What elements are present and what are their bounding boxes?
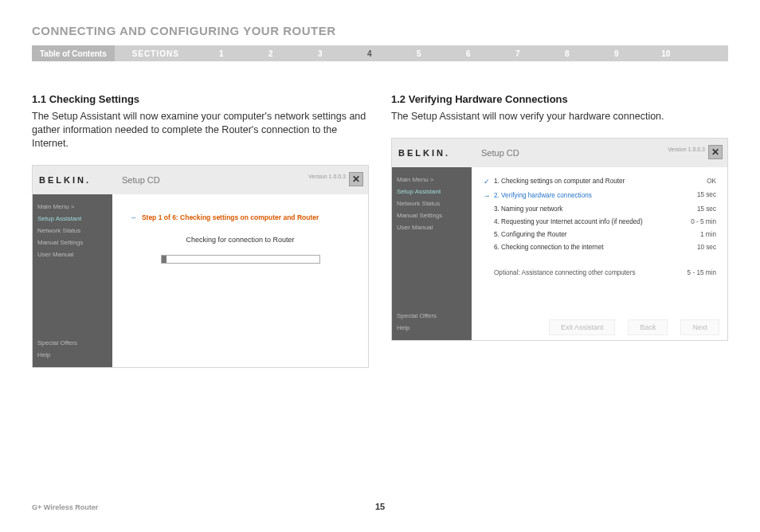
app-header-title: Setup CD [122, 175, 160, 185]
step-label: 4. Requesting your Internet account info… [494, 217, 643, 227]
section-link-7[interactable]: 7 [493, 49, 543, 58]
brand-logo: BELKIN. [39, 175, 112, 185]
screenshot-verifying-connections: BELKIN. Setup CD Version 1.0.0.3 ✕ Main … [391, 138, 728, 341]
step-mark-icon: ✓ [483, 177, 491, 187]
sidebar-item-user-manual[interactable]: User Manual [37, 251, 108, 258]
sidebar-item-network-status[interactable]: Network Status [37, 227, 108, 234]
step-label: 6. Checking connection to the internet [494, 243, 603, 252]
step-time: 15 sec [697, 205, 716, 214]
back-button[interactable]: Back [628, 319, 668, 335]
page-title: CONNECTING AND CONFIGURING YOUR ROUTER [32, 24, 728, 37]
section-link-2[interactable]: 2 [246, 49, 296, 58]
arrow-right-icon: → [130, 213, 137, 221]
section-link-1[interactable]: 1 [197, 49, 246, 58]
exit-assistant-button[interactable]: Exit Assistant [549, 319, 616, 335]
sections-navbar: Table of Contents SECTIONS 12345678910 [32, 45, 728, 61]
step-row: ✓1. Checking settings on computer and Ro… [483, 175, 716, 189]
steps-list: ✓1. Checking settings on computer and Ro… [483, 175, 716, 280]
page-number: 15 [375, 502, 385, 511]
step-header-text: Step 1 of 6: Checking settings on comput… [142, 213, 319, 221]
step-time: 1 min [700, 230, 716, 240]
close-icon[interactable]: ✕ [349, 172, 363, 186]
sidebar-item-manual-settings[interactable]: Manual Settings [37, 239, 108, 246]
step-time: 10 sec [697, 243, 716, 252]
step-row: 5. Configuring the Router1 min [483, 229, 716, 241]
app-header: BELKIN. Setup CD Version 1.0.0.3 ✕ [392, 139, 727, 167]
section-1-2-body: The Setup Assistant will now verify your… [391, 110, 728, 123]
step-label: 1. Checking settings on computer and Rou… [494, 177, 625, 186]
app-header: BELKIN. Setup CD Version 1.0.0.3 ✕ [33, 166, 368, 194]
step-row: →2. Verifying hardware connections15 sec [483, 189, 716, 204]
step-time: 0 - 5 min [691, 217, 716, 227]
section-link-4[interactable]: 4 [345, 49, 394, 58]
sidebar-item-setup-assistant[interactable]: Setup Assistant [37, 215, 108, 222]
sidebar-item-main-menu[interactable]: Main Menu > [37, 203, 108, 210]
close-icon[interactable]: ✕ [708, 145, 723, 159]
brand-logo: BELKIN. [398, 148, 472, 158]
step-label: 2. Verifying hardware connections [494, 191, 592, 201]
app-header-title: Setup CD [481, 148, 519, 158]
sidebar-item-network-status[interactable]: Network Status [397, 200, 467, 207]
step-label: 3. Naming your network [494, 205, 562, 214]
sidebar-item-help[interactable]: Help [397, 324, 467, 331]
sections-label: SECTIONS [115, 49, 197, 58]
progress-fill [162, 256, 166, 263]
progress-bar [161, 255, 320, 264]
checking-message: Checking for connection to Router [123, 236, 357, 244]
section-link-5[interactable]: 5 [394, 49, 444, 58]
step-mark-icon: → [483, 190, 491, 202]
step-header: → Step 1 of 6: Checking settings on comp… [130, 213, 357, 221]
section-1-2-heading: 1.2 Verifying Hardware Connections [391, 93, 728, 105]
section-link-9[interactable]: 9 [592, 49, 641, 58]
section-link-8[interactable]: 8 [543, 49, 592, 58]
sidebar-item-special-offers[interactable]: Special Offers [37, 339, 108, 346]
step-label: 5. Configuring the Router [494, 230, 566, 240]
section-1-1-heading: 1.1 Checking Settings [32, 93, 369, 105]
step-row: 4. Requesting your Internet account info… [483, 216, 716, 229]
app-version: Version 1.0.0.3 [308, 174, 346, 179]
sidebar-item-special-offers[interactable]: Special Offers [397, 312, 467, 319]
sidebar-item-manual-settings[interactable]: Manual Settings [397, 212, 467, 219]
toc-link[interactable]: Table of Contents [32, 45, 115, 61]
app-sidebar: Main Menu > Setup Assistant Network Stat… [33, 194, 112, 367]
sidebar-item-help[interactable]: Help [37, 351, 108, 358]
optional-step-label: Optional: Assistance connecting other co… [494, 268, 636, 278]
footer-product-name: G+ Wireless Router [32, 503, 98, 511]
step-row: 3. Naming your network15 sec [483, 203, 716, 216]
screenshot-checking-settings: BELKIN. Setup CD Version 1.0.0.3 ✕ Main … [32, 165, 369, 368]
step-row: 6. Checking connection to the internet10… [483, 241, 716, 254]
sidebar-item-setup-assistant[interactable]: Setup Assistant [397, 188, 467, 195]
section-1-1-body: The Setup Assistant will now examine you… [32, 110, 369, 151]
section-link-10[interactable]: 10 [641, 49, 691, 58]
next-button[interactable]: Next [680, 319, 719, 335]
optional-step-row: Optional: Assistance connecting other co… [483, 267, 716, 280]
section-link-6[interactable]: 6 [444, 49, 493, 58]
sidebar-item-user-manual[interactable]: User Manual [397, 224, 467, 231]
step-time: 15 sec [697, 190, 716, 202]
section-link-3[interactable]: 3 [296, 49, 345, 58]
optional-step-time: 5 - 15 min [688, 268, 716, 278]
app-sidebar: Main Menu > Setup Assistant Network Stat… [392, 167, 472, 340]
sidebar-item-main-menu[interactable]: Main Menu > [397, 176, 467, 183]
step-time: OK [707, 177, 716, 187]
app-version: Version 1.0.0.3 [668, 147, 705, 152]
